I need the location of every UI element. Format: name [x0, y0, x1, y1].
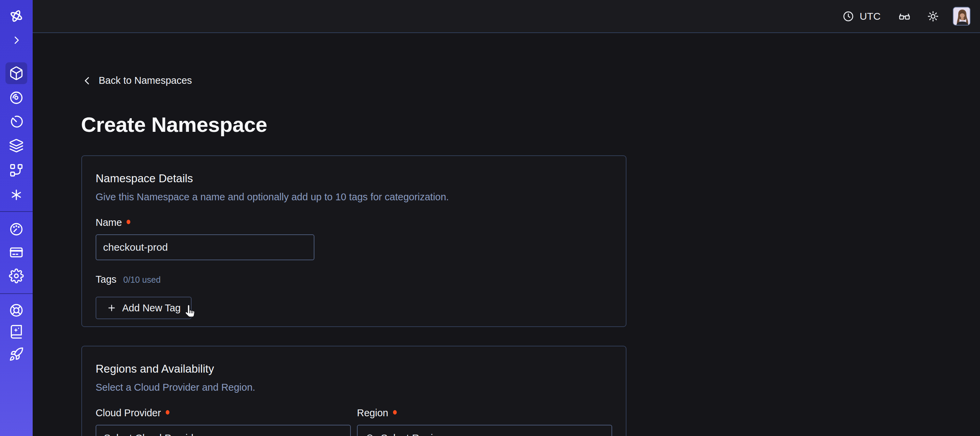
theme-toggle-button[interactable] [927, 10, 939, 22]
workflows-disc-icon [9, 90, 24, 105]
region-label-row: Region [357, 407, 612, 418]
tags-counter: 0/10 used [123, 275, 161, 285]
namespaces-box-icon [9, 66, 24, 81]
region-placeholder: Select Region [381, 432, 588, 436]
deployments-layers-icon [9, 138, 24, 153]
plus-icon [107, 303, 117, 313]
tags-row: Tags 0/10 used [95, 274, 612, 285]
sidebar-item-support[interactable] [5, 299, 27, 321]
getting-started-rocket-icon [9, 347, 24, 362]
glasses-icon [898, 10, 911, 22]
sidebar-item-worker-deployments[interactable] [5, 160, 27, 181]
add-new-tag-label: Add New Tag [122, 302, 181, 314]
namespace-name-input[interactable] [95, 234, 314, 260]
billing-card-icon [9, 245, 24, 260]
support-lifebuoy-icon [9, 303, 24, 318]
cloud-provider-label: Cloud Provider [95, 407, 161, 418]
required-dot [127, 220, 130, 224]
sidebar-item-workflows[interactable] [5, 87, 27, 109]
sidebar-divider [0, 293, 33, 294]
sun-icon [927, 10, 939, 22]
search-icon [365, 433, 375, 436]
sidebar-item-usage[interactable] [5, 218, 27, 240]
sidebar-item-deployments[interactable] [5, 135, 27, 157]
add-new-tag-button[interactable]: Add New Tag [95, 297, 192, 319]
name-label: Name [95, 217, 122, 228]
settings-gear-icon [9, 268, 24, 283]
nexus-asterisk-icon [9, 187, 24, 202]
region-select[interactable]: Select Region [357, 425, 612, 436]
required-dot [166, 410, 169, 415]
sidebar-item-nexus[interactable] [5, 184, 27, 206]
sidebar-item-namespaces[interactable] [5, 62, 27, 84]
sidebar-item-settings[interactable] [5, 265, 27, 287]
avatar[interactable] [953, 7, 970, 26]
sidebar-item-docs[interactable] [5, 321, 27, 343]
name-label-row: Name [95, 217, 612, 228]
clock-icon [843, 11, 854, 22]
sidebar-nav [0, 0, 33, 436]
sidebar-item-billing[interactable] [5, 241, 27, 263]
schedules-timer-icon [9, 114, 24, 129]
page-title: Create Namespace [81, 112, 267, 137]
chevron-right-icon [11, 34, 22, 46]
card-title: Regions and Availability [95, 362, 612, 376]
regions-card: Regions and Availability Select a Cloud … [81, 346, 627, 436]
provider-region-row: Cloud Provider Select Cloud Provider Reg… [95, 407, 612, 436]
timezone-selector[interactable]: UTC [843, 11, 881, 22]
back-to-namespaces-link[interactable]: Back to Namespaces [82, 75, 192, 86]
cloud-provider-label-row: Cloud Provider [95, 407, 351, 418]
sidebar-expand-toggle[interactable] [5, 29, 27, 51]
tags-label: Tags [95, 274, 116, 285]
required-dot [393, 410, 397, 415]
chevron-left-icon [82, 75, 92, 86]
back-link-label: Back to Namespaces [99, 75, 192, 86]
usage-gauge-icon [9, 222, 24, 237]
cloud-provider-column: Cloud Provider Select Cloud Provider [95, 407, 351, 436]
region-column: Region Select Region [357, 407, 612, 436]
workflow-graph-icon [9, 163, 24, 178]
temporal-logo[interactable] [5, 5, 27, 27]
region-label: Region [357, 407, 388, 418]
sidebar-divider [0, 211, 33, 212]
chevron-down-icon [332, 433, 343, 436]
card-title: Namespace Details [95, 172, 612, 185]
chevron-down-icon [593, 433, 604, 436]
sidebar-item-getting-started[interactable] [5, 343, 27, 365]
glasses-button[interactable] [898, 10, 911, 22]
card-subtitle: Give this Namespace a name and optionall… [95, 191, 612, 203]
cloud-provider-placeholder: Select Cloud Provider [104, 432, 326, 436]
namespace-details-card: Namespace Details Give this Namespace a … [81, 155, 627, 327]
timezone-label: UTC [859, 11, 881, 22]
sidebar-item-schedules[interactable] [5, 111, 27, 133]
cloud-provider-select[interactable]: Select Cloud Provider [95, 425, 351, 436]
card-subtitle: Select a Cloud Provider and Region. [95, 381, 612, 393]
top-bar: UTC [33, 0, 980, 33]
docs-book-icon [9, 324, 24, 339]
